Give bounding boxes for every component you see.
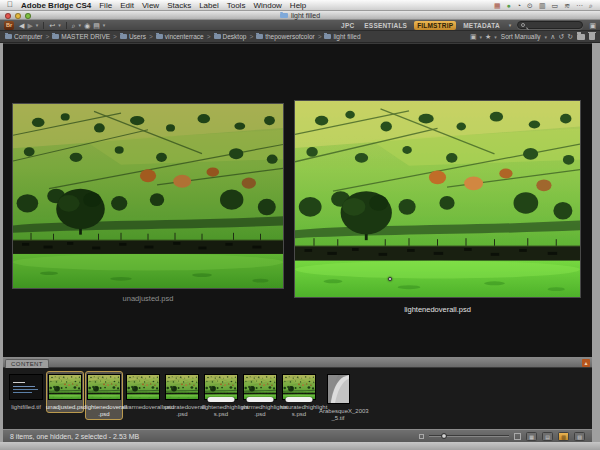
sort-dropdown-icon[interactable]: ▾ [545,32,548,42]
thumbnail-size-slider[interactable] [429,435,509,437]
panel-scroll-arrow[interactable]: ▲ [582,359,590,367]
ascending-icon[interactable]: ∧ [550,32,555,42]
filter-star-icon[interactable]: ★ [485,32,491,42]
view-grid-button[interactable]: ▨ [574,432,585,441]
status-bar: 8 items, one hidden, 2 selected - 2.53 M… [3,429,592,442]
menu-window[interactable]: Window [253,1,281,10]
folder-icon [214,34,221,39]
menu-tools[interactable]: Tools [227,1,246,10]
workspace-dropdown-icon[interactable]: ▾ [509,21,512,30]
quality-dropdown-icon[interactable]: ▾ [480,32,483,42]
search-box[interactable] [517,21,583,29]
menu-edit[interactable]: Edit [120,1,134,10]
menu-help[interactable]: Help [290,1,306,10]
refine-icon[interactable]: ⌕ [72,21,76,30]
view-thumbnails-button[interactable]: ▦ [526,432,537,441]
monitor-icon[interactable]: ▭ [552,2,559,9]
rotate-right-icon[interactable]: ↻ [567,32,573,42]
menu-view[interactable]: View [142,1,159,10]
app-menu-title[interactable]: Adobe Bridge CS4 [21,1,91,10]
crumb-computer[interactable]: Computer [5,33,43,40]
thumbnail-filename: warmedoverall.psd [124,404,162,411]
output-dropdown-icon[interactable]: ▾ [103,21,106,30]
view-details-button[interactable]: ▤ [542,432,553,441]
workspace-essentials[interactable]: ESSENTIALS [361,21,410,30]
search-icon [521,23,525,27]
view-list-button-active[interactable]: ▥ [558,432,569,441]
crumb-label: Desktop [223,33,247,40]
macos-menubar:  Adobe Bridge CS4 FileEditViewStacksLab… [0,0,600,11]
boomerang-dropdown-icon[interactable]: ▾ [58,21,61,30]
thumbnail-smaller-icon[interactable] [419,434,424,439]
spotlight-icon[interactable]: ⌕ [589,2,593,9]
thumbnail-unadjusted-psd[interactable]: unadjusted.psd [46,371,84,413]
workspace-jpc[interactable]: JPC [338,21,357,30]
clock-icon[interactable]: ⊙ [527,2,533,9]
desktop-edge [0,442,600,450]
breadcrumb-separator: > [46,33,50,40]
workspace-metadata[interactable]: METADATA [460,21,503,30]
pathbar-icons-left: ▣▾★▾ [470,32,497,42]
preview-image-lightenedoverall[interactable] [294,100,581,298]
thumbnail-saturatedhighlights-psd[interactable]: saturatedhighlights.psd [280,371,318,420]
display-icon[interactable]: ▦ [494,2,501,9]
search-input[interactable] [527,22,579,28]
apple-menu-icon[interactable]:  [7,1,13,9]
thumbnail-filename: ArabesqueX_2003_5.tif [319,408,357,422]
thumbnail-arabesquex-2003-5-tif[interactable]: ArabesqueX_2003_5.tif [319,371,357,424]
menu-file[interactable]: File [99,1,112,10]
nav-dropdown-icon[interactable]: ▾ [36,21,39,30]
tab-content[interactable]: CONTENT [5,359,49,369]
pathbar-icons-right: ▾∧↺↻ [545,32,573,42]
spaces-icon[interactable]: ▥ [539,2,546,9]
sort-manually-dropdown[interactable]: Sort Manually [501,33,541,40]
new-folder-icon[interactable] [577,34,585,40]
filter-dropdown-icon[interactable]: ▾ [494,32,497,42]
thumbnail-strip: lightfilled.tifunadjusted.psdlightenedov… [3,368,592,429]
white-pill-badge [208,397,235,402]
crumb-users[interactable]: Users [120,33,146,40]
refine-dropdown-icon[interactable]: ▾ [79,21,82,30]
crumb-thepowersofcolor[interactable]: thepowersofcolor [256,33,315,40]
thumbnail-lightenedhighlights-psd[interactable]: lightenedhighlights.psd [202,371,240,420]
menu-stacks[interactable]: Stacks [167,1,191,10]
thumbnail-larger-icon[interactable] [514,433,521,440]
sync-icon[interactable]: ● [507,2,511,9]
breadcrumb-separator: > [149,33,153,40]
preview-filename-left: unadjusted.psd [12,294,284,303]
rotate-left-icon[interactable]: ↺ [558,32,564,42]
crumb-label: MASTER DRIVE [61,33,110,40]
window-title: light filled [291,12,320,19]
thumbnail-lightenedoverall-psd[interactable]: lightenedoverall.psd [85,371,123,420]
output-icon[interactable]: ▤ [93,21,100,30]
back-icon[interactable]: ◀ [19,21,24,30]
crumb-desktop[interactable]: Desktop [214,33,247,40]
crumb-light-filled[interactable]: light filled [324,33,360,40]
delete-icon[interactable] [589,33,595,40]
menu-label[interactable]: Label [199,1,219,10]
boomerang-icon[interactable]: ↩ [49,21,55,30]
more-icon[interactable]: ⋯ [576,2,583,9]
crumb-vincenterrace[interactable]: vincenterrace [156,33,204,40]
thumbnail-warmedoverall-psd[interactable]: warmedoverall.psd [124,371,162,413]
thumbnail-image [9,374,43,400]
airport-icon[interactable]: ≋ [564,2,570,9]
thumbnail-quality-icon[interactable]: ▣ [470,32,477,42]
thumbnail-saturatedoverall-psd[interactable]: saturatedoverall.psd [163,371,201,420]
slider-handle[interactable] [441,433,447,439]
folder-icon [52,34,59,39]
workspace-filmstrip[interactable]: FILMSTRIP [414,21,456,30]
crumb-label: Users [129,33,146,40]
preview-panel: unadjusted.psd lightenedoverall.psd [3,43,592,357]
thumbnail-image [48,374,82,400]
forward-icon[interactable]: ▶ [27,21,32,30]
crumb-master-drive[interactable]: MASTER DRIVE [52,33,110,40]
application-bar: Br ◀▶▾↩▾⌕▾◉▤▾ JPCESSENTIALSFILMSTRIPMETA… [0,20,600,31]
preview-image-unadjusted[interactable] [12,103,284,289]
time-machine-icon[interactable]: ◔ [517,2,521,9]
camera-import-icon[interactable]: ◉ [84,21,90,30]
thumbnail-warmedhighlights-psd[interactable]: warmedhighlights.psd [241,371,279,420]
window-titlebar[interactable]: light filled [0,11,600,20]
thumbnail-lightfilled-tif[interactable]: lightfilled.tif [7,371,45,413]
compact-mode-icon[interactable]: ▣ [589,21,596,30]
